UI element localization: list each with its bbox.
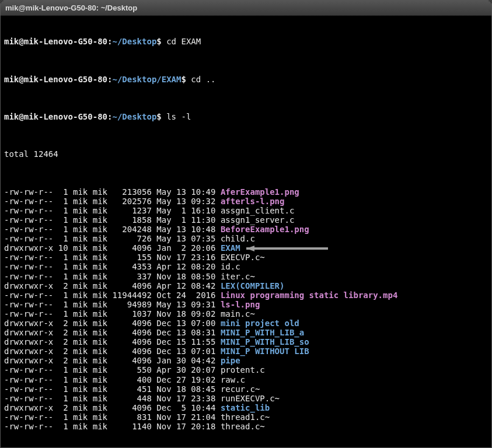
ls-row: -rw-rw-r-- 1 mik mik 204248 May 13 10:48… bbox=[4, 225, 488, 234]
filename: static_lib bbox=[221, 403, 270, 412]
filename: recur.c~ bbox=[221, 384, 260, 394]
filename: MINI_P WITHOUT LIB bbox=[221, 346, 309, 356]
window-title: mik@mik-Lenovo-G50-80: ~/Desktop bbox=[5, 4, 137, 12]
filename: protent.c bbox=[221, 365, 265, 374]
prompt-line: mik@mik-Lenovo-G50-80:~/Desktop/EXAM$ cd… bbox=[4, 75, 488, 84]
ls-row: -rw-rw-r-- 1 mik mik 451 Nov 18 08:45 re… bbox=[4, 384, 488, 394]
ls-row: drwxrwxr-x 2 mik mik 4096 Dec 13 07:00 m… bbox=[4, 318, 488, 328]
filename: EXAM bbox=[221, 243, 240, 253]
filename: raw.c bbox=[221, 375, 245, 384]
ls-row: -rw-rw-r-- 1 mik mik 1140 Nov 17 20:18 t… bbox=[4, 422, 488, 431]
ls-row: -rw-rw-r-- 1 mik mik 213056 May 13 10:49… bbox=[4, 187, 488, 197]
ls-row: -rw-rw-r-- 1 mik mik 400 Dec 27 19:02 ra… bbox=[4, 375, 488, 384]
ls-row: -rw-rw-r-- 1 mik mik 831 Nov 17 21:04 th… bbox=[4, 412, 488, 422]
filename: child.c bbox=[221, 234, 255, 243]
filename: ls-l.png bbox=[221, 300, 260, 309]
ls-row: -rw-rw-r-- 1 mik mik 155 Nov 17 23:16 EX… bbox=[4, 253, 488, 262]
filename: afterls-l.png bbox=[221, 197, 285, 206]
ls-output: -rw-rw-r-- 1 mik mik 213056 May 13 10:49… bbox=[4, 187, 488, 431]
filename: id.c bbox=[221, 262, 240, 271]
filename: runEXECVP.c~ bbox=[221, 394, 280, 403]
filename: MINI_P_WITH_LIB_so bbox=[221, 337, 309, 346]
prompt-user: mik@mik-Lenovo-G50-80 bbox=[4, 37, 107, 46]
filename: LEX(COMPILER) bbox=[221, 281, 285, 290]
ls-row: drwxrwxr-x 2 mik mik 4096 Jan 30 04:42 p… bbox=[4, 356, 488, 365]
filename: iter.c~ bbox=[221, 272, 255, 281]
ls-row: -rw-rw-r-- 1 mik mik 1037 Nov 18 09:02 m… bbox=[4, 309, 488, 318]
filename: BeforeExample1.png bbox=[221, 225, 309, 234]
terminal-window: mik@mik-Lenovo-G50-80: ~/Desktop mik@mik… bbox=[0, 0, 492, 448]
ls-row: -rw-rw-r-- 1 mik mik 94989 May 13 09:31 … bbox=[4, 300, 488, 309]
ls-row: -rw-rw-r-- 1 mik mik 726 May 13 07:35 ch… bbox=[4, 234, 488, 243]
prompt-path: ~/Desktop bbox=[112, 37, 156, 46]
filename: EXECVP.c~ bbox=[221, 253, 265, 262]
ls-row: drwxrwxr-x 2 mik mik 4096 Dec 15 11:55 M… bbox=[4, 337, 488, 346]
terminal-body[interactable]: mik@mik-Lenovo-G50-80:~/Desktop$ cd EXAM… bbox=[1, 16, 491, 448]
filename: main.c~ bbox=[221, 309, 255, 318]
filename: thread1.c~ bbox=[221, 412, 270, 422]
filename: mini project old bbox=[221, 318, 299, 328]
ls-row: drwxrwxr-x 2 mik mik 4096 Dec 13 08:31 M… bbox=[4, 328, 488, 337]
filename: AferExample1.png bbox=[221, 187, 299, 197]
prompt-line: mik@mik-Lenovo-G50-80:~/Desktop$ cd EXAM bbox=[4, 37, 488, 46]
ls-row: -rw-rw-r-- 1 mik mik 1237 May 1 16:10 as… bbox=[4, 206, 488, 215]
ls-row: -rw-rw-r-- 1 mik mik 550 Apr 30 20:07 pr… bbox=[4, 365, 488, 374]
total-line: total 12464 bbox=[4, 149, 488, 159]
ls-row: -rw-rw-r-- 1 mik mik 202576 May 13 09:32… bbox=[4, 197, 488, 206]
filename: assgn1_server.c bbox=[221, 215, 294, 225]
ls-row: drwxrwxr-x 2 mik mik 4096 Dec 5 10:44 st… bbox=[4, 403, 488, 412]
svg-marker-1 bbox=[246, 246, 254, 251]
annotation-arrow-icon bbox=[246, 246, 334, 251]
ls-row: drwxrwxr-x 10 mik mik 4096 Jan 2 20:06 E… bbox=[4, 243, 488, 253]
ls-row: -rw-rw-r-- 1 mik mik 4353 Apr 12 08:20 i… bbox=[4, 262, 488, 271]
ls-row: -rw-rw-r-- 1 mik mik 1858 May 1 11:30 as… bbox=[4, 215, 488, 225]
window-titlebar[interactable]: mik@mik-Lenovo-G50-80: ~/Desktop bbox=[1, 1, 491, 16]
command-text: cd EXAM bbox=[166, 37, 201, 46]
prompt-line: mik@mik-Lenovo-G50-80:~/Desktop$ ls -l bbox=[4, 112, 488, 121]
ls-row: -rw-rw-r-- 1 mik mik 337 Nov 18 08:50 it… bbox=[4, 272, 488, 281]
filename: pipe bbox=[221, 356, 240, 365]
filename: MINI_P_WITH_LIB_a bbox=[221, 328, 304, 337]
filename: thread.c~ bbox=[221, 422, 265, 431]
filename: assgn1_client.c bbox=[221, 206, 294, 215]
ls-row: -rw-rw-r-- 1 mik mik 448 Nov 17 23:38 ru… bbox=[4, 394, 488, 403]
filename: Linux programming static library.mp4 bbox=[221, 290, 397, 300]
ls-row: drwxrwxr-x 2 mik mik 4096 Dec 13 07:01 M… bbox=[4, 346, 488, 356]
ls-row: -rw-rw-r-- 1 mik mik 11944492 Oct 24 201… bbox=[4, 290, 488, 300]
ls-row: drwxrwxr-x 2 mik mik 4096 Apr 12 08:42 L… bbox=[4, 281, 488, 290]
